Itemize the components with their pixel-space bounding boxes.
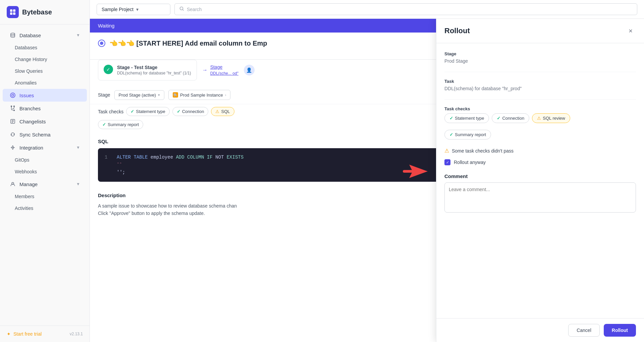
panel-close-button[interactable]: ×	[625, 25, 636, 36]
sidebar-item-members[interactable]: Members	[3, 191, 87, 202]
panel-check-connection-label: Connection	[502, 116, 524, 121]
panel-stage-label: Stage	[444, 51, 636, 56]
task-check-statement-type: ✓ Statement type	[126, 107, 169, 116]
search-box[interactable]: Search	[174, 3, 637, 15]
sidebar-item-integration-label: Integration	[19, 145, 43, 151]
db-icon: 🐘	[173, 92, 178, 98]
stage-select-chevron: ▾	[158, 93, 160, 97]
waiting-text: Waiting	[98, 23, 114, 28]
rollout-anyway-row[interactable]: ✓ Rollout anyway	[444, 159, 636, 165]
manage-icon	[9, 181, 16, 187]
sidebar-item-databases-label: Databases	[15, 45, 37, 50]
warning-notice: ⚠ Some task checks didn't pass	[444, 148, 636, 154]
stage-test-card: ✓ Stage - Test Stage DDL(schema) for dat…	[98, 60, 197, 80]
panel-summary-label: Summary report	[455, 132, 486, 137]
sidebar-item-changelists-label: Changelists	[19, 119, 46, 124]
panel-checks-container: ✓ Statement type ✓ Connection ⚠ SQL revi…	[444, 113, 636, 123]
svg-point-9	[14, 110, 15, 111]
sidebar-item-members-label: Members	[15, 194, 34, 199]
content-area: Waiting 👈👈👈 [START HERE] Add email colum…	[90, 19, 644, 342]
sidebar-item-webhooks[interactable]: Webhooks	[3, 166, 87, 177]
sidebar-item-sync-schema[interactable]: Sync Schema	[3, 128, 87, 141]
exists-kw: EXISTS	[227, 155, 244, 160]
sidebar-item-change-history[interactable]: Change History	[3, 54, 87, 65]
red-arrow	[402, 163, 429, 184]
check-warn-icon-1: ⚠	[215, 109, 219, 114]
panel-check-sql-review-label: SQL review	[543, 116, 565, 121]
project-chevron-icon: ▾	[136, 7, 139, 12]
page-content: Waiting 👈👈👈 [START HERE] Add email colum…	[90, 19, 644, 342]
issues-icon	[9, 92, 16, 99]
svg-point-5	[10, 93, 15, 98]
panel-check-statement-label: Statement type	[455, 116, 484, 121]
star-icon: ✦	[7, 331, 11, 337]
task-check-connection: ✓ Connection	[172, 107, 209, 116]
logo-text: Bytebase	[22, 8, 52, 16]
task-checks-label: Task checks	[98, 109, 123, 114]
sidebar-item-gitops[interactable]: GitOps	[3, 154, 87, 166]
sidebar-item-changelists[interactable]: Changelists	[3, 115, 87, 128]
panel-stage-value: Prod Stage	[444, 58, 636, 64]
check-sql-label: SQL	[221, 109, 230, 114]
stage-select-label: Prod Stage (active)	[119, 93, 156, 98]
alter-kw: ALTER TABLE	[117, 155, 148, 160]
sidebar-item-database[interactable]: Database ▼	[3, 29, 87, 42]
sidebar-item-manage[interactable]: Manage ▼	[3, 178, 87, 190]
stage-prod-ddl-link[interactable]: DDL(sche... od"	[210, 71, 238, 76]
stage-controls-label: Stage	[98, 92, 110, 98]
logo: Bytebase	[0, 0, 90, 24]
panel-divider-1	[444, 72, 636, 72]
sidebar-item-anomalies-label: Anomalies	[15, 80, 37, 86]
instance-select[interactable]: 🐘 Prod Sample Instance ›	[168, 90, 231, 100]
svg-point-8	[14, 106, 15, 107]
sidebar-item-databases[interactable]: Databases	[3, 42, 87, 53]
panel-check-statement-type: ✓ Statement type	[444, 113, 489, 123]
sidebar-item-issues[interactable]: Issues	[3, 89, 87, 102]
check-pass-icon-2: ✓	[177, 109, 180, 114]
sidebar-item-webhooks-label: Webhooks	[15, 169, 37, 174]
svg-point-12	[180, 7, 183, 10]
sidebar-item-branches[interactable]: Branches	[3, 102, 87, 115]
rollout-button[interactable]: Rollout	[604, 324, 636, 337]
sidebar-item-branches-label: Branches	[19, 106, 41, 111]
rollout-anyway-checkbox[interactable]: ✓	[444, 159, 450, 165]
panel-task-label: Task	[444, 79, 636, 84]
panel-check-connection: ✓ Connection	[492, 113, 529, 123]
comment-label: Comment	[444, 173, 636, 179]
panel-check-pass-1: ✓	[449, 116, 453, 121]
issue-radio	[98, 40, 105, 47]
stage-prod-link[interactable]: Stage	[210, 64, 223, 70]
svg-rect-2	[10, 12, 12, 15]
version-label: v2.13.1	[70, 332, 83, 336]
radio-inner	[100, 42, 103, 45]
summary-report-badge: ✓ Summary report	[98, 120, 143, 129]
svg-rect-0	[10, 9, 12, 12]
panel-summary-pass-icon: ✓	[449, 132, 453, 137]
sidebar-item-integration[interactable]: Integration ▼	[3, 141, 87, 154]
changelists-icon	[9, 118, 16, 125]
sidebar-nav: Database ▼ Databases Change History Slow…	[0, 24, 90, 326]
panel-title: Rollout	[444, 26, 470, 35]
branches-icon	[9, 105, 16, 112]
sidebar-item-change-history-label: Change History	[15, 57, 47, 62]
cancel-button[interactable]: Cancel	[568, 324, 600, 337]
chevron-down-icon: ▼	[76, 33, 80, 38]
stage-prod-link-area: Stage DDL(sche... od"	[210, 64, 238, 76]
check-pass-icon-3: ✓	[102, 122, 106, 127]
comment-textarea[interactable]	[444, 182, 636, 213]
logo-icon	[7, 6, 19, 18]
search-placeholder: Search	[187, 7, 202, 12]
svg-rect-3	[13, 12, 15, 15]
instance-chevron-icon: ›	[225, 93, 226, 97]
rollout-panel: Rollout × Stage Prod Stage Task D	[436, 19, 644, 342]
start-trial-button[interactable]: ✦ Start free trial	[7, 331, 42, 337]
sidebar-item-slow-queries[interactable]: Slow Queries	[3, 65, 87, 77]
sidebar-item-activities[interactable]: Activities	[3, 203, 87, 214]
svg-point-6	[12, 94, 14, 96]
sql-not: NOT	[215, 155, 227, 160]
check-connection-label: Connection	[182, 109, 204, 114]
sql-underline-marker: ˆˆ	[117, 162, 122, 167]
stage-select[interactable]: Prod Stage (active) ▾	[114, 90, 164, 100]
sidebar-item-anomalies[interactable]: Anomalies	[3, 77, 87, 89]
project-select[interactable]: Sample Project ▾	[97, 4, 170, 15]
